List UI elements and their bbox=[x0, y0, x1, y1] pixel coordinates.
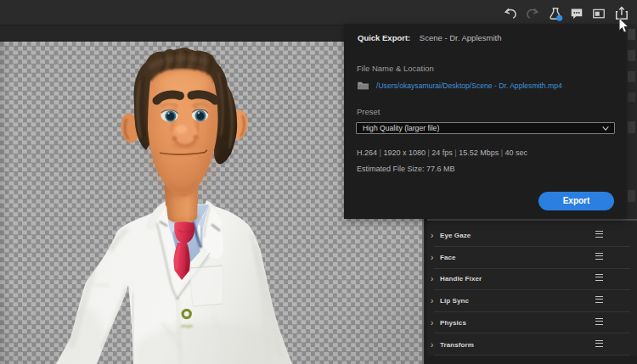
svg-text:origin: origin bbox=[181, 323, 194, 328]
